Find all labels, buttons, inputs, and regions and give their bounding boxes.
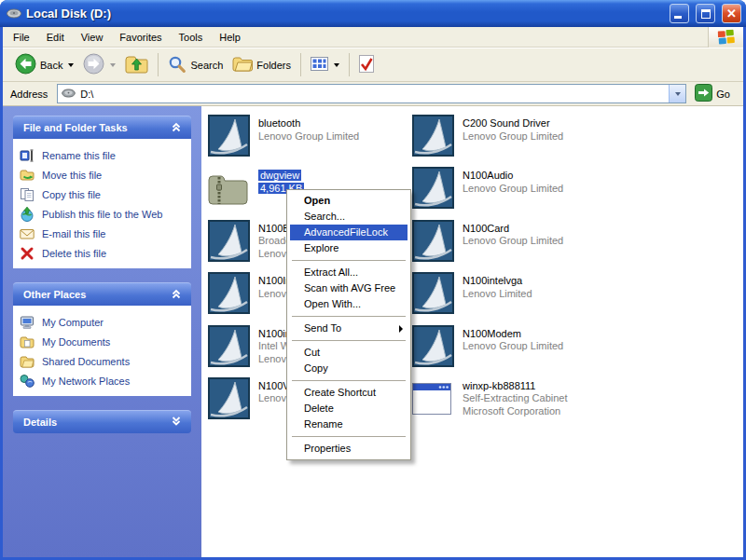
- my-network-icon: [20, 374, 35, 389]
- address-value[interactable]: D:\: [80, 89, 664, 100]
- context-menu-item-properties[interactable]: Properties: [290, 441, 408, 457]
- installer-icon: [412, 167, 456, 209]
- back-label: Back: [40, 60, 62, 71]
- sidebar-item-publish-this-file-to-the-web[interactable]: Publish this file to the Web: [20, 207, 187, 222]
- menu-edit[interactable]: Edit: [38, 27, 73, 47]
- menu-tools[interactable]: Tools: [171, 27, 212, 47]
- antivirus-check-button[interactable]: [354, 52, 379, 77]
- context-menu-item-search[interactable]: Search...: [290, 209, 408, 225]
- file-tiles: bluetoothLenovo Group LimitedC200 Sound …: [201, 106, 743, 430]
- file-item-n100audio[interactable]: N100AudioLenovo Group Limited: [412, 167, 616, 219]
- context-menu-item-create-shortcut[interactable]: Create Shortcut: [290, 385, 408, 401]
- forward-dropdown-icon: [110, 63, 116, 67]
- installer-icon: [208, 325, 252, 367]
- sidebar-item-my-network-places[interactable]: My Network Places: [20, 374, 187, 389]
- red-check-icon: [359, 55, 374, 75]
- windows-flag-icon: [717, 29, 735, 45]
- panel-title: Other Places: [23, 289, 86, 300]
- minimize-button[interactable]: [670, 4, 689, 23]
- file-name: N100Modem: [463, 328, 521, 339]
- go-button[interactable]: Go: [686, 84, 736, 103]
- menu-bar: FileEditViewFavoritesToolsHelp: [3, 27, 743, 48]
- file-name: winxp-kb888111: [463, 380, 535, 391]
- forward-icon: [83, 53, 104, 76]
- chevron-double-up-icon[interactable]: [169, 286, 184, 303]
- context-menu-item-explore[interactable]: Explore: [290, 240, 408, 256]
- panel-header-other-places[interactable]: Other Places: [13, 282, 191, 306]
- menu-file[interactable]: File: [5, 27, 38, 47]
- sidebar-item-delete-this-file[interactable]: Delete this file: [20, 246, 187, 261]
- file-item-n100intelvga[interactable]: N100intelvgaLenovo Limited: [412, 272, 616, 324]
- address-bar: Address D:\ Go: [3, 82, 743, 106]
- context-menu-item-open[interactable]: Open: [290, 193, 408, 209]
- menu-view[interactable]: View: [73, 27, 112, 47]
- address-dropdown-button[interactable]: [669, 85, 685, 102]
- sidebar-item-label: Publish this file to the Web: [42, 209, 162, 220]
- toolbar-separator: [158, 53, 159, 76]
- sidebar-item-label: Move this file: [42, 170, 102, 181]
- panel-other-places: Other PlacesMy ComputerMy DocumentsShare…: [13, 282, 191, 396]
- sidebar-item-move-this-file[interactable]: Move this file: [20, 168, 187, 183]
- file-item-bluetooth[interactable]: bluetoothLenovo Group Limited: [208, 115, 412, 167]
- sidebar-item-my-computer[interactable]: My Computer: [20, 315, 187, 330]
- go-icon: [695, 84, 712, 103]
- context-menu-item-extract-all[interactable]: Extract All...: [290, 265, 408, 280]
- file-item-c200-sound-driver[interactable]: C200 Sound DriverLenovo Group Limited: [412, 115, 616, 167]
- back-dropdown-icon[interactable]: [68, 63, 74, 67]
- installer-icon: [208, 272, 252, 314]
- file-item-n100modem[interactable]: N100ModemLenovo Group Limited: [412, 325, 616, 377]
- views-button[interactable]: [306, 54, 344, 75]
- menu-favorites[interactable]: Favorites: [111, 27, 170, 47]
- panel-header-file-and-folder-tasks[interactable]: File and Folder Tasks: [13, 116, 191, 139]
- context-menu-item-rename[interactable]: Rename: [290, 417, 408, 432]
- panel-header-details[interactable]: Details: [13, 410, 191, 433]
- installer-icon: [208, 377, 252, 419]
- maximize-button[interactable]: [696, 4, 715, 23]
- zip-folder-icon: [208, 167, 252, 205]
- context-menu-item-copy[interactable]: Copy: [290, 361, 408, 376]
- installer-icon: [412, 220, 456, 262]
- search-button[interactable]: Search: [163, 52, 228, 78]
- installer-icon: [208, 115, 252, 157]
- folders-button[interactable]: Folders: [228, 53, 296, 76]
- chevron-double-up-icon[interactable]: [169, 119, 184, 136]
- sidebar-item-label: E-mail this file: [42, 228, 105, 239]
- up-button[interactable]: [120, 51, 153, 78]
- context-menu-item-scan-with-avg-free[interactable]: Scan with AVG Free: [290, 280, 408, 296]
- chevron-double-down-icon[interactable]: [169, 414, 184, 430]
- sidebar-item-copy-this-file[interactable]: Copy this file: [20, 187, 187, 202]
- context-menu-item-cut[interactable]: Cut: [290, 345, 408, 361]
- views-icon: [311, 57, 328, 73]
- sidebar-item-my-documents[interactable]: My Documents: [20, 335, 187, 349]
- file-name: dwgview: [258, 170, 301, 181]
- toolbar-separator: [300, 53, 301, 76]
- forward-button[interactable]: [78, 50, 120, 79]
- file-item-text: bluetoothLenovo Group Limited: [258, 115, 359, 143]
- file-name: N100Card: [463, 223, 509, 234]
- back-button[interactable]: Back: [10, 50, 78, 79]
- my-computer-icon: [20, 315, 35, 330]
- windows-logo: [708, 27, 743, 48]
- sidebar-item-e-mail-this-file[interactable]: E-mail this file: [20, 226, 187, 241]
- sidebar-item-rename-this-file[interactable]: Rename this file: [20, 148, 187, 163]
- disk-icon: [62, 89, 76, 100]
- file-item-n100card[interactable]: N100CardLenovo Group Limited: [412, 220, 616, 272]
- address-combobox[interactable]: D:\: [57, 84, 686, 103]
- sidebar-item-shared-documents[interactable]: Shared Documents: [20, 354, 187, 369]
- file-name: bluetooth: [258, 117, 300, 129]
- menu-help[interactable]: Help: [211, 27, 249, 47]
- context-menu-item-open-with[interactable]: Open With...: [290, 296, 408, 312]
- rename-icon: [20, 148, 35, 163]
- publish-icon: [20, 207, 35, 222]
- file-list-area: bluetoothLenovo Group LimitedC200 Sound …: [201, 106, 743, 557]
- delete-icon: [20, 246, 35, 261]
- context-menu-item-advancedfilelock[interactable]: AdvancedFileLock: [290, 225, 408, 240]
- close-button[interactable]: ✕: [722, 4, 741, 23]
- views-dropdown-icon[interactable]: [334, 63, 339, 67]
- context-menu-item-send-to[interactable]: Send To: [290, 321, 408, 336]
- file-item-winxp-kb888111[interactable]: winxp-kb888111Self-Extracting CabinetMic…: [412, 377, 616, 430]
- context-menu: OpenSearch...AdvancedFileLockExploreExtr…: [286, 189, 411, 460]
- folders-label: Folders: [256, 60, 291, 71]
- context-menu-separator: [292, 380, 406, 381]
- context-menu-item-delete[interactable]: Delete: [290, 401, 408, 417]
